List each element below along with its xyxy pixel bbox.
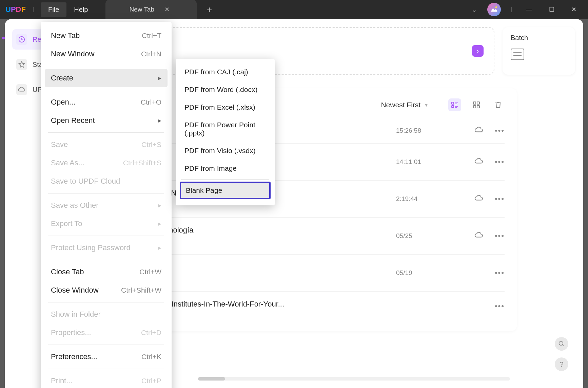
menu-item[interactable]: Create▶ xyxy=(45,69,168,87)
menu-shortcut: Ctrl+Shift+S xyxy=(123,159,161,167)
arrow-right-icon[interactable]: › xyxy=(472,45,484,57)
cloud-icon xyxy=(16,84,27,95)
file-menu-button[interactable]: File xyxy=(41,2,66,17)
menu-item: Save as Other▶ xyxy=(45,196,168,215)
menu-item: Save to UPDF Cloud xyxy=(45,172,168,190)
trash-button[interactable] xyxy=(492,98,505,111)
svg-rect-2 xyxy=(452,102,454,104)
menu-item[interactable]: Close TabCtrl+W xyxy=(45,263,168,281)
menu-item: Save As...Ctrl+Shift+S xyxy=(45,154,168,172)
avatar[interactable] xyxy=(487,3,501,16)
grid-view-button[interactable] xyxy=(470,98,483,111)
row-actions: ••• xyxy=(464,302,505,311)
more-icon[interactable]: ••• xyxy=(495,126,505,135)
scrollbar-horizontal[interactable] xyxy=(198,377,510,381)
sort-label: Newest First xyxy=(381,101,420,109)
menu-item: Print...Ctrl+P xyxy=(45,372,168,388)
menu-shortcut: Ctrl+S xyxy=(141,141,161,149)
new-tab-button[interactable]: + xyxy=(207,4,212,15)
tab-new[interactable]: New Tab ✕ xyxy=(105,0,197,19)
menu-item[interactable]: Close WindowCtrl+Shift+W xyxy=(45,281,168,299)
menu-item-label: Protect Using Password xyxy=(51,243,131,252)
svg-rect-10 xyxy=(473,106,476,108)
menu-separator xyxy=(48,260,164,260)
divider: | xyxy=(33,6,34,13)
minimize-button[interactable]: — xyxy=(523,4,535,15)
more-icon[interactable]: ••• xyxy=(495,232,505,240)
titlebar-right: ⌄ | — ☐ ✕ xyxy=(471,3,588,16)
menu-shortcut: Ctrl+W xyxy=(139,268,161,276)
menu-separator xyxy=(48,345,164,345)
menu-item-label: Save to UPDF Cloud xyxy=(51,177,120,186)
row-time: 2:19:44 xyxy=(396,195,464,203)
menu-item-label: Print... xyxy=(51,376,73,385)
chevron-right-icon: ▶ xyxy=(158,221,161,226)
menu-item-label: Close Window xyxy=(51,286,99,295)
row-actions: ••• xyxy=(464,126,505,135)
menu-item: SaveCtrl+S xyxy=(45,135,168,154)
submenu-item[interactable]: PDF from CAJ (.caj) xyxy=(178,63,272,81)
chevron-right-icon: ▶ xyxy=(158,75,161,81)
more-icon[interactable]: ••• xyxy=(495,269,505,277)
file-dropdown: New TabCtrl+TNew WindowCtrl+NCreate▶Open… xyxy=(41,22,172,388)
menu-shortcut: Ctrl+O xyxy=(141,98,161,106)
menu-shortcut: Ctrl+K xyxy=(141,353,161,361)
svg-point-12 xyxy=(559,341,563,346)
row-actions: ••• xyxy=(464,269,505,277)
cloud-icon[interactable] xyxy=(474,126,483,135)
menu-item: Properties...Ctrl+D xyxy=(45,324,168,342)
menu-item-label: Close Tab xyxy=(51,267,84,276)
star-icon xyxy=(16,59,27,70)
chevron-down-icon[interactable]: ⌄ xyxy=(471,5,477,14)
chevron-right-icon: ▶ xyxy=(158,118,161,123)
menu-item[interactable]: Preferences...Ctrl+K xyxy=(45,348,168,366)
menu-item[interactable]: New WindowCtrl+N xyxy=(45,45,168,63)
submenu-item[interactable]: PDF from Word (.docx) xyxy=(178,81,272,98)
menu-item-label: Export To xyxy=(51,219,82,228)
svg-rect-8 xyxy=(473,102,476,104)
cloud-icon[interactable] xyxy=(474,232,483,240)
sort-dropdown[interactable]: Newest First ▼ xyxy=(377,99,433,111)
row-time: 15:26:58 xyxy=(396,127,464,134)
caret-down-icon: ▼ xyxy=(424,102,429,108)
menu-separator xyxy=(48,302,164,302)
search-button[interactable] xyxy=(555,337,568,351)
svg-line-13 xyxy=(563,345,564,346)
submenu-item[interactable]: Blank Page xyxy=(180,182,271,199)
submenu-item[interactable]: PDF from Excel (.xlsx) xyxy=(178,98,272,116)
scrollbar-thumb[interactable] xyxy=(198,377,225,381)
menu-item[interactable]: Open...Ctrl+O xyxy=(45,93,168,111)
menu-item[interactable]: Open Recent▶ xyxy=(45,111,168,130)
more-icon[interactable]: ••• xyxy=(495,158,505,166)
menu-item-label: Properties... xyxy=(51,328,91,337)
help-menu-button[interactable]: Help xyxy=(66,2,95,17)
close-icon[interactable]: ✕ xyxy=(164,6,170,13)
more-icon[interactable]: ••• xyxy=(495,195,505,203)
cloud-icon[interactable] xyxy=(474,158,483,166)
maximize-button[interactable]: ☐ xyxy=(546,4,558,15)
list-view-button[interactable] xyxy=(448,98,461,111)
close-button[interactable]: ✕ xyxy=(568,4,580,15)
app-logo: UPDF xyxy=(5,5,26,14)
row-actions: ••• xyxy=(464,158,505,166)
help-icon: ? xyxy=(560,361,563,368)
svg-rect-3 xyxy=(452,106,454,108)
batch-card[interactable]: Batch xyxy=(503,27,575,75)
menu-shortcut: Ctrl+D xyxy=(141,329,161,337)
submenu-item[interactable]: PDF from Visio (.vsdx) xyxy=(178,142,272,160)
menu-shortcut: Ctrl+T xyxy=(142,32,161,40)
menu-item: Export To▶ xyxy=(45,215,168,233)
menu-separator xyxy=(48,193,164,193)
menu-item-label: Save xyxy=(51,140,68,149)
cloud-icon[interactable] xyxy=(474,195,483,203)
submenu-item[interactable]: PDF from Image xyxy=(178,160,272,177)
menu-item[interactable]: New TabCtrl+T xyxy=(45,26,168,45)
submenu-item[interactable]: PDF from Power Point (.pptx) xyxy=(178,116,272,142)
more-icon[interactable]: ••• xyxy=(495,302,505,311)
svg-point-0 xyxy=(495,6,497,8)
menu-item: Show in Folder xyxy=(45,305,168,324)
menu-item-label: Save as Other xyxy=(51,201,99,210)
svg-rect-11 xyxy=(477,106,479,108)
help-button[interactable]: ? xyxy=(555,357,568,371)
menu-shortcut: Ctrl+N xyxy=(141,50,161,58)
